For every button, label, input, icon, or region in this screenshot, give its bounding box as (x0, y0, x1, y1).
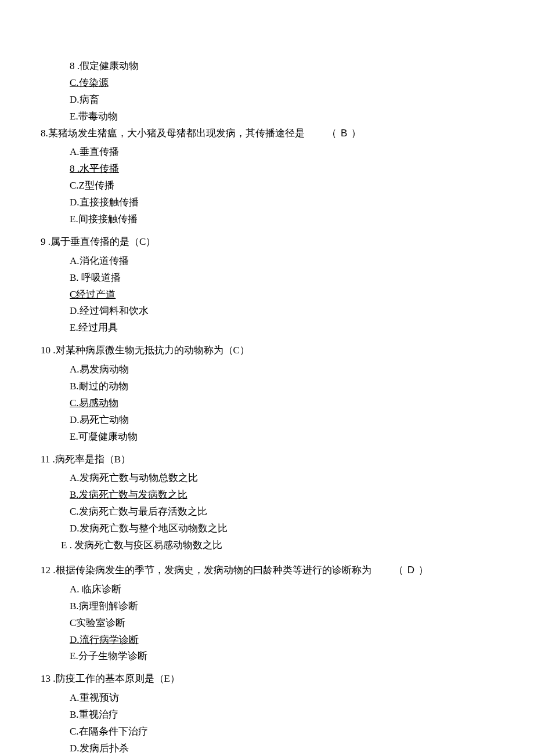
question-stem: 10 .对某种病原微生物无抵抗力的动物称为（C） (41, 345, 250, 356)
option: D.流行病学诊断 (70, 632, 493, 649)
q9-options: A.消化道传播 B. 呼吸道播 C经过产道 D.经过饲料和饮水 E.经过用具 (41, 253, 493, 337)
question-stem: 12 .根据传染病发生的季节，发病史，发病动物的曰龄种类等进行的诊断称为 (41, 565, 371, 576)
option: D.发病后扑杀 (70, 740, 493, 756)
question-11: 11 .病死率是指（B） (41, 451, 493, 468)
option: E.带毒动物 (41, 108, 493, 125)
q8-options: A.垂直传播 8 .水平传播 C.Z型传播 D.直接接触传播 E.间接接触传播 (41, 144, 493, 227)
answer-marker: （ B ） (327, 128, 362, 139)
answer-marker: （ D ） (394, 565, 429, 576)
question-10: 10 .对某种病原微生物无抵抗力的动物称为（C） (41, 342, 493, 359)
option: 8 .水平传播 (70, 161, 493, 178)
q10-options: A.易发病动物 B.耐过的动物 C.易感动物 D.易死亡动物 E.可凝健康动物 (41, 361, 493, 445)
question-stem: 11 .病死率是指（B） (41, 454, 131, 465)
option: B. 呼吸道播 (70, 270, 493, 287)
question-stem: 13 .防疫工作的基本原则是（E） (41, 673, 180, 684)
option: A.重视预访 (70, 690, 493, 707)
q11-options: A.发病死亡数与动物总数之比 B.发病死亡数与发病数之比 C.发病死亡数与最后存… (41, 470, 493, 554)
option: 8 .假定健康动物 (41, 58, 493, 75)
option: B.重视治疗 (70, 707, 493, 724)
option: D.病畜 (41, 92, 493, 108)
question-8: 8.某猪场发生猪瘟，大小猪及母猪都出现发病，其传播途径是 （ B ） (41, 125, 493, 142)
option: A. 临床诊断 (70, 581, 493, 598)
option: A.易发病动物 (70, 361, 493, 378)
question-12: 12 .根据传染病发生的季节，发病史，发病动物的曰龄种类等进行的诊断称为 （ D… (41, 562, 493, 579)
option: C.传染源 (41, 75, 493, 92)
question-stem: 8.某猪场发生猪瘟，大小猪及母猪都出现发病，其传播途径是 (41, 128, 305, 139)
q13-options: A.重视预访 B.重视治疗 C.在隔条件下治疗 D.发病后扑杀 E.预防为主，防… (41, 690, 493, 756)
option: C实验室诊断 (70, 615, 493, 632)
option: E . 发病死亡数与疫区易感动物数之比 (61, 537, 493, 554)
option: D.发病死亡数与整个地区动物数之比 (70, 520, 493, 537)
option: A.垂直传播 (70, 144, 493, 161)
option: D.经过饲料和饮水 (70, 303, 493, 320)
option: A.发病死亡数与动物总数之比 (70, 470, 493, 487)
option: E.经过用具 (70, 320, 493, 337)
option: D.易死亡动物 (70, 412, 493, 429)
option: B.病理剖解诊断 (70, 598, 493, 615)
q12-options: A. 临床诊断 B.病理剖解诊断 C实验室诊断 D.流行病学诊断 E.分子生物学… (41, 581, 493, 665)
option: C.在隔条件下治疗 (70, 724, 493, 740)
option: E.可凝健康动物 (70, 429, 493, 446)
option: B.耐过的动物 (70, 378, 493, 395)
question-13: 13 .防疫工作的基本原则是（E） (41, 671, 493, 688)
option: D.直接接触传播 (70, 194, 493, 211)
option: C.Z型传播 (70, 178, 493, 194)
option: E.分子生物学诊断 (70, 648, 493, 665)
q7-trailing-options: 8 .假定健康动物 C.传染源 D.病畜 E.带毒动物 (41, 58, 493, 125)
question-stem: 9 .属于垂直传播的是（C） (41, 236, 156, 247)
option: C.易感动物 (70, 395, 493, 412)
option: C经过产道 (70, 287, 493, 303)
option: E.间接接触传播 (70, 211, 493, 228)
option: B.发病死亡数与发病数之比 (70, 487, 493, 504)
option: A.消化道传播 (70, 253, 493, 270)
option: C.发病死亡数与最后存活数之比 (70, 504, 493, 520)
question-9: 9 .属于垂直传播的是（C） (41, 234, 493, 251)
